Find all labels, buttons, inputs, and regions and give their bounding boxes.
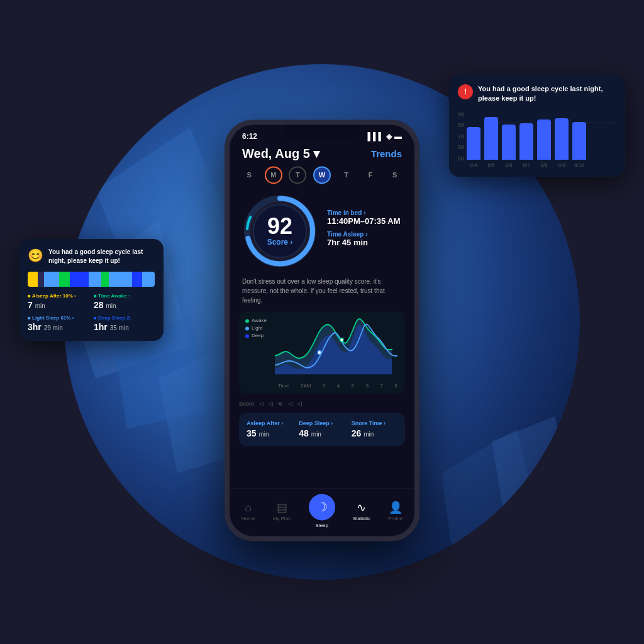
stat-awake-label: ■ Time Awake : xyxy=(94,293,155,299)
stat-awake-value: 28 min xyxy=(94,300,155,310)
day-tuesday[interactable]: T xyxy=(289,166,306,184)
light-label: Light xyxy=(252,325,262,331)
sleep-bar-visual xyxy=(28,272,155,287)
time-asleep-label: Time Asleep › xyxy=(327,231,402,238)
day-thursday[interactable]: T xyxy=(338,166,355,184)
y-axis: 90 80 70 60 50 xyxy=(458,111,464,162)
deep-label: Deep xyxy=(252,333,264,338)
trends-button[interactable]: Trends xyxy=(371,148,402,159)
time-in-bed-value: 11:40PM–07:35 AM xyxy=(327,216,402,226)
signal-icon: ▌▌▌ xyxy=(367,132,384,141)
stat-asleep-label: ■ Alseep After 10% › xyxy=(28,293,89,299)
sleep-chart: Awake Light Deep xyxy=(239,311,405,393)
bar-8-9: 8/9 xyxy=(555,118,569,168)
score-number: 92 xyxy=(267,215,293,238)
time-label-7: 7 xyxy=(380,383,383,389)
snore-icon-3: ≋ xyxy=(278,401,283,407)
snore-icon-2: ◁ xyxy=(269,401,273,407)
sleep-icon-wrap: ☽ xyxy=(309,494,335,520)
day-sunday[interactable]: S xyxy=(240,166,258,184)
stat-asleep-value: 7 min xyxy=(28,300,89,310)
day-circle-m[interactable]: M xyxy=(265,166,282,184)
bar-date-label: 8/5 xyxy=(487,162,494,168)
nav-home[interactable]: ⌂ Home xyxy=(242,501,255,521)
sleep-quality-text: Don't stress out over a low sleep qualit… xyxy=(230,274,414,311)
snore-row: Snore ◁ ◁ ≋ ◁ ◁ xyxy=(230,398,414,409)
bar-value xyxy=(555,118,569,160)
svg-point-10 xyxy=(318,350,321,354)
bar-date-label: 8/6 xyxy=(505,162,512,168)
bar-value xyxy=(572,122,586,160)
deep-sleep-value: 48 min xyxy=(299,428,345,438)
day-circle-s2[interactable]: S xyxy=(386,166,404,184)
day-circle-t2[interactable]: T xyxy=(338,166,355,184)
app-header: Wed, Aug 5 ▾ Trends xyxy=(230,143,414,166)
day-friday[interactable]: F xyxy=(362,166,379,184)
snore-time-stat[interactable]: Snore Time › 26 min xyxy=(352,420,397,438)
my-plan-label: My Plan xyxy=(273,516,291,521)
my-plan-icon: ▤ xyxy=(277,501,287,514)
phone-screen: 6:12 ▌▌▌ ◈ ▬ Wed, Aug 5 ▾ Trends S M xyxy=(230,125,414,536)
score-details: Time in bed › 11:40PM–07:35 AM Time Asle… xyxy=(327,209,402,252)
day-monday[interactable]: M xyxy=(265,166,282,184)
right-card-header: ! You had a good sleep cycle last night,… xyxy=(458,84,616,104)
phone-device: 6:12 ▌▌▌ ◈ ▬ Wed, Aug 5 ▾ Trends S M xyxy=(225,119,419,541)
phone-notch xyxy=(284,125,360,138)
left-notification-card: 😊 You had a good sleep cycle last night,… xyxy=(19,239,164,341)
nav-sleep[interactable]: ☽ Sleep xyxy=(309,494,335,528)
bar-value xyxy=(484,117,498,160)
day-wednesday[interactable]: W xyxy=(313,166,331,184)
nav-statistic[interactable]: ∿ Statistic xyxy=(353,501,370,521)
stat-light-sleep: ■ Light Sleep 61% › 3hr 29 min xyxy=(28,315,89,332)
legend-deep: Deep xyxy=(245,333,267,338)
time-in-bed-label: Time in bed › xyxy=(327,209,402,216)
deep-dot xyxy=(245,334,249,338)
nav-profile[interactable]: 👤 Profile xyxy=(388,501,402,521)
day-circle-t[interactable]: T xyxy=(289,166,306,184)
score-label[interactable]: Score › xyxy=(267,238,293,247)
home-icon: ⌂ xyxy=(245,501,252,514)
svg-point-11 xyxy=(340,338,343,341)
day-circle-f[interactable]: F xyxy=(362,166,379,184)
bottom-navigation: ⌂ Home ▤ My Plan ☽ Sleep ∿ Statistic xyxy=(230,488,414,536)
score-ring[interactable]: 92 Score › xyxy=(242,193,318,269)
light-dot xyxy=(245,326,249,330)
sleep-label: Sleep xyxy=(316,523,328,528)
home-label: Home xyxy=(242,516,255,521)
bar-8-8: 8/8 xyxy=(537,119,551,168)
day-circle-w[interactable]: W xyxy=(313,166,331,184)
statistic-label: Statistic xyxy=(353,516,370,521)
bar-date-label: 8/10 xyxy=(574,162,584,168)
bar-value xyxy=(502,125,516,160)
time-label-5: 5 xyxy=(352,383,354,389)
snore-icon-5: ◁ xyxy=(297,401,302,407)
deep-sleep-label: Deep Sleep › xyxy=(299,420,345,426)
profile-label: Profile xyxy=(388,516,402,521)
time-asleep-row[interactable]: Time Asleep › 7hr 45 min xyxy=(327,231,402,247)
asleep-after-stat[interactable]: Asleep After › 35 min xyxy=(247,420,292,438)
right-notification-card: ! You had a good sleep cycle last night,… xyxy=(449,75,625,177)
day-saturday[interactable]: S xyxy=(386,166,404,184)
time-labels: Time 2AM 3 4 5 6 7 8 xyxy=(247,383,397,389)
awake-dot xyxy=(245,319,249,323)
bar-8-6: 8/6 xyxy=(502,125,516,168)
legend-awake: Awake xyxy=(245,318,267,323)
statistic-icon: ∿ xyxy=(357,501,366,514)
nav-my-plan[interactable]: ▤ My Plan xyxy=(273,501,291,521)
y-label: 90 xyxy=(458,111,464,118)
deep-sleep-stat[interactable]: Deep Sleep › 48 min xyxy=(299,420,345,438)
bar-value xyxy=(519,123,533,160)
date-title[interactable]: Wed, Aug 5 ▾ xyxy=(242,146,319,161)
snore-time-value: 26 min xyxy=(352,428,397,438)
time-label-8: 8 xyxy=(394,383,397,389)
time-display: 6:12 xyxy=(242,132,257,141)
score-inner: 92 Score › xyxy=(267,215,293,247)
time-label-4: 4 xyxy=(337,383,340,389)
time-label-2am: 2AM xyxy=(301,383,311,389)
time-in-bed-row[interactable]: Time in bed › 11:40PM–07:35 AM xyxy=(327,209,402,226)
svg-marker-5 xyxy=(492,416,574,517)
asleep-after-label: Asleep After › xyxy=(247,420,292,426)
wifi-icon: ◈ xyxy=(386,132,392,141)
legend-light: Light xyxy=(245,325,267,331)
day-circle-s[interactable]: S xyxy=(240,166,258,184)
